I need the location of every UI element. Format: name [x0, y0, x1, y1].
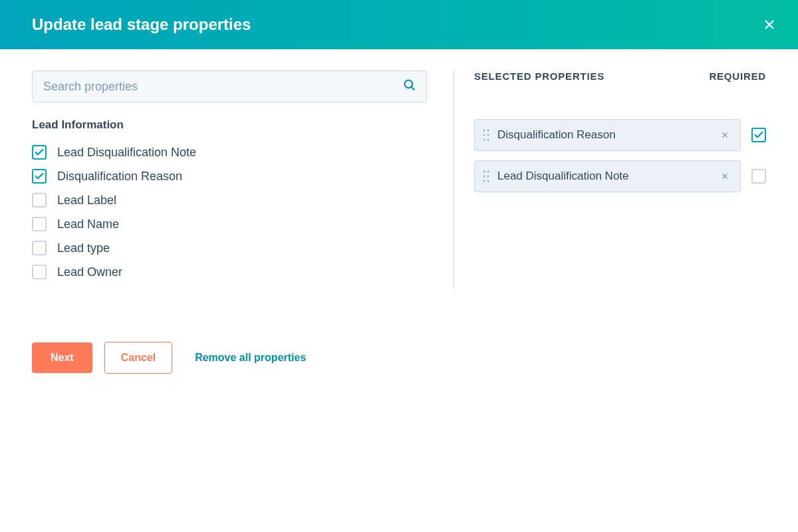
remove-property-button[interactable] [718, 128, 732, 142]
svg-point-15 [487, 176, 489, 177]
required-checkbox[interactable] [751, 169, 766, 184]
property-item[interactable]: Lead Disqualification Note [32, 145, 427, 160]
svg-point-7 [487, 134, 489, 136]
required-checkbox[interactable] [751, 128, 766, 142]
cancel-button[interactable]: Cancel [104, 342, 172, 374]
dialog-header: Update lead stage properties [0, 0, 798, 49]
svg-line-3 [412, 87, 415, 90]
property-label: Lead Name [57, 217, 119, 231]
property-checkbox[interactable] [32, 145, 47, 160]
property-group-heading: Lead Information [32, 118, 427, 132]
selected-properties-panel: SELECTED PROPERTIES REQUIRED Disqualific… [454, 70, 766, 289]
property-item[interactable]: Lead Name [32, 217, 427, 231]
property-label: Lead Owner [57, 265, 122, 279]
svg-point-17 [487, 180, 489, 182]
property-label: Lead Label [57, 194, 116, 207]
selected-heading: SELECTED PROPERTIES [474, 70, 604, 82]
property-list: Lead Disqualification Note Disqualificat… [32, 145, 427, 279]
svg-point-9 [487, 139, 489, 140]
property-item[interactable]: Lead Owner [32, 265, 427, 279]
property-checkbox[interactable] [32, 241, 47, 255]
dialog-content: Lead Information Lead Disqualification N… [0, 49, 798, 302]
dialog-title: Update lead stage properties [32, 15, 251, 34]
svg-point-6 [483, 134, 485, 136]
drag-handle-icon[interactable] [483, 128, 489, 142]
next-button[interactable]: Next [32, 342, 92, 373]
property-checkbox[interactable] [32, 193, 47, 207]
remove-all-link[interactable]: Remove all properties [195, 352, 306, 364]
property-item[interactable]: Disqualification Reason [32, 169, 427, 184]
svg-point-8 [483, 139, 485, 140]
selected-property-label: Lead Disqualification Note [497, 170, 718, 183]
dialog-footer: Next Cancel Remove all properties [0, 342, 798, 374]
search-input[interactable] [32, 70, 427, 102]
selected-panel-header: SELECTED PROPERTIES REQUIRED [474, 70, 766, 82]
property-label: Disqualification Reason [57, 170, 182, 184]
property-label: Lead Disqualification Note [57, 146, 196, 160]
drag-handle-icon[interactable] [483, 170, 489, 183]
property-checkbox[interactable] [32, 217, 47, 231]
svg-point-4 [483, 130, 485, 131]
selected-property-item[interactable]: Lead Disqualification Note [474, 160, 741, 192]
close-button[interactable] [757, 12, 782, 37]
svg-point-13 [487, 171, 489, 172]
svg-point-5 [487, 130, 489, 131]
property-item[interactable]: Lead type [32, 241, 427, 255]
svg-point-16 [483, 180, 485, 182]
remove-property-button[interactable] [718, 169, 732, 184]
close-icon [720, 172, 730, 181]
selected-property-label: Disqualification Reason [497, 128, 718, 142]
svg-point-12 [483, 171, 485, 172]
selected-property-row: Disqualification Reason [474, 119, 766, 151]
property-item[interactable]: Lead Label [32, 193, 427, 207]
available-properties-panel: Lead Information Lead Disqualification N… [32, 70, 454, 289]
property-label: Lead type [57, 241, 110, 255]
selected-property-row: Lead Disqualification Note [474, 160, 766, 192]
selected-property-item[interactable]: Disqualification Reason [474, 119, 741, 151]
close-icon [720, 130, 730, 140]
search-container [32, 70, 427, 102]
required-heading: REQUIRED [709, 70, 766, 82]
close-icon [762, 17, 777, 32]
search-icon [403, 78, 416, 94]
property-checkbox[interactable] [32, 169, 47, 184]
property-checkbox[interactable] [32, 265, 47, 279]
svg-point-14 [483, 176, 485, 177]
svg-point-2 [405, 80, 413, 88]
